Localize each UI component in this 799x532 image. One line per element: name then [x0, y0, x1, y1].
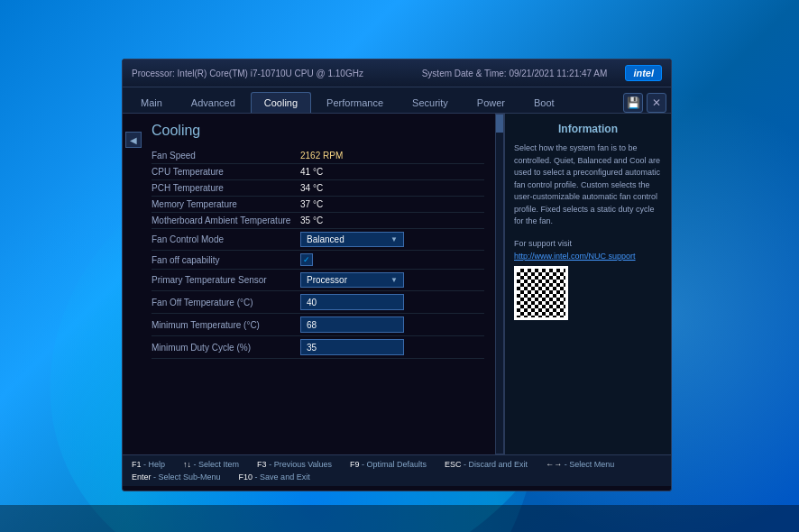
key-f1: F1 [132, 460, 142, 469]
tab-power[interactable]: Power [464, 92, 519, 113]
desc-f3-text: Previous Values [274, 460, 332, 469]
footer-f3: F3 - Previous Values [257, 460, 332, 469]
bios-window: Processor: Intel(R) Core(TM) i7-10710U C… [122, 59, 672, 491]
key-f10: F10 [239, 472, 253, 482]
intel-logo: intel [625, 65, 662, 81]
setting-fan-speed: Fan Speed 2162 RPM [152, 148, 484, 164]
label-temp-sensor: Primary Temperature Sensor [152, 275, 300, 285]
key-arrow-ud: ↑↓ [183, 460, 191, 469]
label-memory-temp: Memory Temperature [152, 199, 300, 209]
fan-control-value: Balanced [307, 234, 344, 244]
min-temp-input[interactable]: 68 [300, 316, 404, 333]
processor-label: Processor: [132, 69, 175, 78]
save-button[interactable]: 💾 [623, 93, 643, 113]
taskbar [0, 505, 799, 532]
support-link[interactable]: http://www.intel.com/NUC support [514, 252, 662, 261]
footer-f10: F10 - Save and Exit [239, 472, 310, 482]
min-duty-input[interactable]: 35 [300, 339, 404, 355]
qr-inner-pattern [517, 269, 565, 317]
desc-arrow-lr-text: Select Menu [569, 460, 614, 469]
key-arrow-lr: ←→ [546, 460, 562, 469]
label-fan-off-temp: Fan Off Temperature (°C) [152, 298, 300, 307]
support-label: For support visit [514, 239, 662, 248]
label-min-temp: Minimum Temperature (°C) [152, 320, 300, 330]
info-title: Information [514, 123, 662, 135]
value-memory-temp: 37 °C [300, 199, 484, 209]
temp-sensor-value: Processor [307, 275, 347, 285]
main-panel: Cooling Fan Speed 2162 RPM CPU Temperatu… [144, 114, 491, 454]
back-button-area: ◀ [123, 114, 144, 454]
value-cpu-temp: 41 °C [300, 167, 484, 177]
close-button[interactable]: ✕ [647, 93, 666, 113]
tab-bar: Main Advanced Cooling Performance Securi… [123, 87, 671, 114]
label-fan-control: Fan Control Mode [152, 234, 300, 244]
info-panel: Information Select how the system fan is… [504, 114, 671, 454]
bios-content: ◀ Cooling Fan Speed 2162 RPM CPU Tempera… [123, 114, 671, 454]
tab-security[interactable]: Security [399, 92, 462, 113]
temp-sensor-dropdown[interactable]: Processor ▼ [300, 272, 404, 288]
label-mb-temp: Motherboard Ambient Temperature [152, 216, 300, 225]
info-text: Select how the system fan is to be contr… [514, 142, 662, 228]
fan-control-dropdown[interactable]: Balanced ▼ [300, 232, 404, 247]
footer-f9: F9 - Optimal Defaults [350, 460, 427, 469]
desc-arrow-ud-text: Select Item [198, 460, 239, 469]
value-mb-temp: 35 °C [300, 216, 484, 225]
tab-main[interactable]: Main [127, 92, 176, 113]
key-f9: F9 [350, 460, 360, 469]
desc-f1-text: Help [149, 460, 166, 469]
tab-boot[interactable]: Boot [520, 92, 568, 113]
bios-footer: F1 - Help ↑↓ - Select Item F3 - Previous… [123, 454, 671, 486]
key-f3: F3 [257, 460, 267, 469]
tab-advanced[interactable]: Advanced [178, 92, 249, 113]
footer-f1: F1 - Help [132, 460, 165, 469]
label-pch-temp: PCH Temperature [152, 183, 300, 193]
setting-min-temp: Minimum Temperature (°C) 68 [152, 314, 484, 336]
settings-table: Fan Speed 2162 RPM CPU Temperature 41 °C… [152, 148, 484, 359]
desc-f10-text: Save and Exit [260, 472, 310, 482]
footer-arrow-lr: ←→ - Select Menu [546, 460, 614, 469]
setting-fan-off-temp: Fan Off Temperature (°C) 40 [152, 291, 484, 314]
temp-sensor-arrow-icon: ▼ [390, 276, 398, 284]
dropdown-arrow-icon: ▼ [390, 235, 398, 243]
label-fan-off: Fan off capability [152, 255, 300, 265]
footer-arrow-ud: ↑↓ - Select Item [183, 460, 239, 469]
datetime-value: 09/21/2021 11:21:47 AM [509, 69, 607, 78]
footer-enter: Enter - Select Sub-Menu [132, 472, 221, 482]
header-right: System Date & Time: 09/21/2021 11:21:47 … [422, 65, 662, 81]
setting-mb-temp: Motherboard Ambient Temperature 35 °C [152, 213, 484, 229]
fan-off-checkbox[interactable] [300, 253, 313, 266]
setting-cpu-temp: CPU Temperature 41 °C [152, 164, 484, 180]
tab-performance[interactable]: Performance [313, 92, 397, 113]
desc-enter-text: Select Sub-Menu [159, 472, 221, 482]
setting-pch-temp: PCH Temperature 34 °C [152, 180, 484, 197]
setting-fan-control: Fan Control Mode Balanced ▼ [152, 229, 484, 251]
value-pch-temp: 34 °C [300, 183, 484, 193]
label-cpu-temp: CPU Temperature [152, 167, 300, 177]
panel-title: Cooling [152, 123, 484, 139]
datetime-info: System Date & Time: 09/21/2021 11:21:47 … [422, 69, 608, 78]
processor-value: Intel(R) Core(TM) i7-10710U CPU @ 1.10GH… [178, 69, 363, 78]
bios-header: Processor: Intel(R) Core(TM) i7-10710U C… [123, 60, 671, 87]
scrollbar[interactable] [495, 114, 504, 454]
tab-actions: 💾 ✕ [623, 93, 666, 113]
label-min-duty: Minimum Duty Cycle (%) [152, 343, 300, 353]
key-esc: ESC [445, 460, 462, 469]
tab-cooling[interactable]: Cooling [251, 92, 311, 113]
setting-min-duty: Minimum Duty Cycle (%) 35 [152, 336, 484, 359]
processor-info: Processor: Intel(R) Core(TM) i7-10710U C… [132, 69, 363, 78]
back-arrow-button[interactable]: ◀ [125, 132, 142, 148]
key-enter: Enter [132, 472, 152, 482]
datetime-label: System Date & Time: [422, 69, 507, 78]
scroll-thumb [496, 115, 503, 133]
footer-esc: ESC - Discard and Exit [445, 460, 528, 469]
label-fan-speed: Fan Speed [152, 151, 300, 161]
qr-code-image [514, 266, 568, 320]
setting-fan-off: Fan off capability [152, 251, 484, 270]
setting-memory-temp: Memory Temperature 37 °C [152, 197, 484, 213]
desc-esc-text: Discard and Exit [469, 460, 528, 469]
setting-temp-sensor: Primary Temperature Sensor Processor ▼ [152, 270, 484, 291]
fan-off-temp-input[interactable]: 40 [300, 294, 404, 310]
value-fan-speed: 2162 RPM [300, 151, 484, 161]
desc-f9-text: Optimal Defaults [367, 460, 427, 469]
